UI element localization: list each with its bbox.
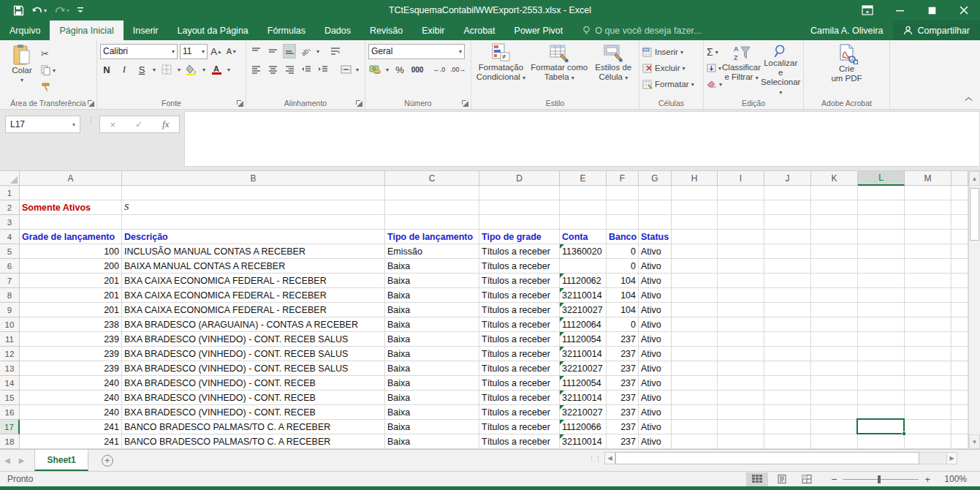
cell-I2[interactable] (718, 200, 764, 215)
font-dialog-launcher[interactable] (237, 100, 243, 107)
cell-D8[interactable]: Títulos a receber (479, 288, 560, 303)
insert-function-icon[interactable]: fx (162, 118, 169, 130)
tab-acrobat[interactable]: Acrobat (454, 20, 504, 40)
column-header-A[interactable]: A (20, 171, 122, 186)
cell-L13[interactable] (858, 361, 905, 376)
cell-I18[interactable] (718, 434, 764, 449)
percent-style-button[interactable]: % (393, 62, 406, 77)
cell-L14[interactable] (858, 376, 905, 391)
cell-J10[interactable] (764, 317, 811, 332)
orientation-caret[interactable]: ▾ (316, 48, 319, 55)
align-bottom-icon[interactable] (283, 44, 296, 59)
copy-button[interactable]: ▾ (41, 62, 56, 78)
column-header-I[interactable]: I (718, 171, 764, 186)
cell-H11[interactable] (672, 332, 718, 347)
cancel-icon[interactable]: × (110, 119, 115, 130)
conditional-formatting-button[interactable]: ≠ FormataçãoCondicional ▾ (474, 42, 528, 97)
cell-E11[interactable]: 11120054 (560, 332, 607, 347)
cell-E4[interactable]: Conta (560, 230, 607, 244)
cell-H2[interactable] (672, 200, 718, 215)
cell-M14[interactable] (905, 376, 951, 391)
cell-C3[interactable] (385, 215, 479, 230)
cell-J15[interactable] (764, 391, 811, 405)
cell-E5[interactable]: 11360020 (560, 244, 607, 259)
zoom-in-button[interactable]: + (924, 474, 930, 485)
insert-cells-button[interactable]: Inserir▾ (642, 44, 700, 60)
cell-I1[interactable] (718, 186, 764, 200)
cell-K6[interactable] (811, 259, 858, 274)
cell-I5[interactable] (718, 244, 764, 259)
cell-K3[interactable] (811, 215, 858, 230)
cell-F7[interactable]: 104 (607, 274, 639, 288)
cell-H6[interactable] (672, 259, 718, 274)
cell-A2[interactable]: Somente Ativos (20, 200, 122, 215)
create-pdf-button[interactable]: Crieum PDF (821, 42, 873, 97)
cell-M4[interactable] (905, 230, 951, 244)
cell-A18[interactable]: 241 (20, 434, 122, 449)
font-color-button[interactable]: A (210, 62, 223, 77)
underline-caret[interactable]: ▾ (153, 67, 156, 73)
cell-H1[interactable] (672, 186, 718, 200)
cell-I15[interactable] (718, 391, 764, 405)
cell-J2[interactable] (764, 200, 811, 215)
alignment-dialog-launcher[interactable] (356, 100, 362, 107)
cell-A11[interactable]: 239 (20, 332, 122, 347)
cell-E10[interactable]: 11120064 (560, 317, 607, 332)
cell-F12[interactable]: 237 (607, 347, 639, 361)
cell-H16[interactable] (672, 405, 718, 420)
cell-L11[interactable] (858, 332, 905, 347)
fill-color-button[interactable] (185, 62, 198, 77)
cell-K10[interactable] (811, 317, 858, 332)
cell-B9[interactable]: BXA CAIXA ECONOMICA FEDERAL - RECEBER (122, 303, 385, 317)
increase-indent-icon[interactable] (316, 62, 330, 77)
cell-K13[interactable] (811, 361, 858, 376)
cell-G16[interactable]: Ativo (639, 405, 672, 420)
cell-partial-6[interactable] (951, 259, 968, 274)
cell-G8[interactable]: Ativo (639, 288, 672, 303)
cell-H8[interactable] (672, 288, 718, 303)
cell-M15[interactable] (905, 391, 951, 405)
cell-partial-4[interactable] (951, 230, 968, 244)
selected-cell-outline[interactable] (856, 418, 905, 434)
cell-G17[interactable]: Ativo (639, 420, 672, 434)
cell-J6[interactable] (764, 259, 811, 274)
cell-J18[interactable] (764, 434, 811, 449)
cell-A7[interactable]: 201 (20, 274, 122, 288)
scroll-right-icon[interactable]: ▶ (946, 452, 957, 464)
row-header-8[interactable]: 8 (0, 288, 20, 303)
cell-H12[interactable] (672, 347, 718, 361)
cell-partial-16[interactable] (951, 405, 968, 420)
format-painter-button[interactable] (41, 79, 56, 95)
cell-C5[interactable]: Emissão (385, 244, 479, 259)
tab-exibir[interactable]: Exibir (412, 20, 454, 40)
cell-I14[interactable] (718, 376, 764, 391)
row-header-2[interactable]: 2 (0, 200, 20, 215)
cell-partial-17[interactable] (951, 420, 968, 434)
increase-decimal-icon[interactable]: ←.0 (433, 62, 446, 77)
scroll-down-icon[interactable]: ▼ (969, 434, 980, 449)
cell-M10[interactable] (905, 317, 951, 332)
cell-G4[interactable]: Status (639, 230, 672, 244)
cell-E1[interactable] (560, 186, 607, 200)
borders-button[interactable] (160, 62, 173, 77)
cell-A13[interactable]: 239 (20, 361, 122, 376)
scroll-up-icon[interactable]: ▲ (969, 171, 980, 186)
cell-L4[interactable] (858, 230, 905, 244)
cell-H13[interactable] (672, 361, 718, 376)
column-header-M[interactable]: M (905, 171, 951, 186)
cell-L2[interactable] (858, 200, 905, 215)
number-format-combo[interactable]: Geral▾ (368, 44, 465, 59)
cell-G11[interactable]: Ativo (639, 332, 672, 347)
cell-I8[interactable] (718, 288, 764, 303)
collapse-ribbon-icon[interactable] (965, 91, 973, 105)
horizontal-scrollbar[interactable]: ⋮⋮ ◀ ▶ (588, 451, 957, 465)
redo-button[interactable]: ▾ (51, 2, 72, 18)
cell-I7[interactable] (718, 274, 764, 288)
autosum-button[interactable]: Σ▾ (707, 44, 722, 60)
cell-F13[interactable]: 237 (607, 361, 639, 376)
cell-G9[interactable]: Ativo (639, 303, 672, 317)
tab-inserir[interactable]: Inserir (124, 20, 168, 40)
row-header-13[interactable]: 13 (0, 361, 20, 376)
cell-M3[interactable] (905, 215, 951, 230)
decrease-decimal-icon[interactable]: .00→ (450, 62, 466, 77)
